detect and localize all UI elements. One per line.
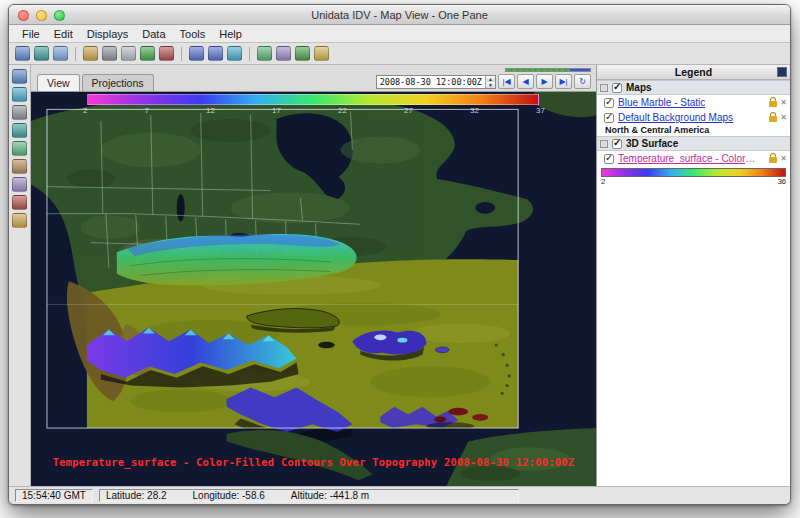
legend-colorbar-labels: 2 36 — [597, 177, 790, 186]
temperature-surface-checkbox[interactable] — [604, 154, 614, 164]
temperature-colorbar-labels: 2 7 12 17 22 27 32 37 — [83, 106, 545, 115]
front-view-icon[interactable] — [12, 141, 27, 156]
lock-icon[interactable] — [769, 116, 777, 122]
blue-marble-link[interactable]: Blue Marble - Static — [618, 97, 705, 108]
longitude-readout: Longitude: -58.6 — [193, 490, 265, 501]
remove-display-icon[interactable]: ✕ — [780, 114, 787, 122]
map-graphics — [31, 92, 596, 486]
legend-title: Legend — [675, 66, 712, 78]
collapse-group-icon[interactable] — [600, 140, 608, 148]
reset-view-icon[interactable] — [12, 105, 27, 120]
redo-icon[interactable] — [208, 46, 223, 61]
animation-timeline[interactable] — [505, 68, 591, 72]
legend-panel: Legend Maps Blue Marble - Static ✕ Defau… — [596, 65, 790, 486]
legend-group-label: Maps — [626, 82, 652, 93]
app-window: Unidata IDV - Map View - One Pane File E… — [8, 4, 791, 505]
default-maps-checkbox[interactable] — [604, 113, 614, 123]
save-bundle-icon[interactable] — [102, 46, 117, 61]
blue-marble-checkbox[interactable] — [604, 98, 614, 108]
surface-visibility-checkbox[interactable] — [612, 139, 622, 149]
close-button[interactable] — [18, 10, 29, 21]
zoom-button[interactable] — [54, 10, 65, 21]
capture-image-icon[interactable] — [140, 46, 155, 61]
undo-icon[interactable] — [189, 46, 204, 61]
menu-help[interactable]: Help — [212, 28, 249, 40]
rotate-view-icon[interactable] — [12, 195, 27, 210]
map-panel-header: View Projections 2008-08-30 12:00:00Z ▲ … — [31, 65, 596, 91]
temperature-surface-layer — [67, 234, 518, 442]
help-icon[interactable] — [314, 46, 329, 61]
cursor-readout: Latitude: 28.2 Longitude: -58.6 Altitude… — [99, 489, 519, 502]
collapse-group-icon[interactable] — [600, 84, 608, 92]
lock-icon[interactable] — [769, 157, 777, 163]
edit-preferences-icon[interactable] — [276, 46, 291, 61]
menu-tools[interactable]: Tools — [173, 28, 213, 40]
open-bundle-icon[interactable] — [83, 46, 98, 61]
current-time: 2008-08-30 12:00:00Z — [377, 76, 485, 88]
data-chooser-icon[interactable] — [34, 46, 49, 61]
window-title: Unidata IDV - Map View - One Pane — [311, 9, 488, 21]
legend-group-3d-surface[interactable]: 3D Surface — [597, 136, 790, 151]
temperature-colorbar — [87, 94, 539, 105]
refresh-icon[interactable] — [295, 46, 310, 61]
top-view-icon[interactable] — [12, 123, 27, 138]
time-step-down-button[interactable]: ▼ — [486, 82, 495, 88]
legend-group-label: 3D Surface — [626, 138, 678, 149]
colorbar-max-label: 36 — [778, 177, 786, 186]
minimize-button[interactable] — [36, 10, 47, 21]
set-background-icon[interactable] — [12, 213, 27, 228]
anim-loop-button[interactable]: ↻ — [574, 74, 591, 89]
menu-displays[interactable]: Displays — [80, 28, 136, 40]
legend-item-blue-marble: Blue Marble - Static ✕ — [597, 95, 790, 110]
tab-projections[interactable]: Projections — [82, 74, 154, 91]
legend-item-temperature-surface: Temperature_surface - Color-Filled Conto… — [597, 151, 790, 166]
default-maps-sublabel: North & Central America — [597, 125, 790, 136]
reset-projection-icon[interactable] — [227, 46, 242, 61]
default-maps-link[interactable]: Default Background Maps — [618, 112, 733, 123]
display-annotation: Temperature_surface - Color-Filled Conto… — [31, 456, 596, 468]
legend-group-maps[interactable]: Maps — [597, 80, 790, 95]
capture-movie-icon[interactable] — [159, 46, 174, 61]
rubber-band-zoom-icon[interactable] — [12, 87, 27, 102]
legend-item-default-maps: Default Background Maps ✕ — [597, 110, 790, 125]
float-legend-icon[interactable] — [777, 67, 787, 77]
side-view-icon[interactable] — [12, 159, 27, 174]
tab-view[interactable]: View — [37, 74, 80, 91]
view-toolbar — [9, 65, 31, 486]
remove-display-icon[interactable]: ✕ — [780, 99, 787, 107]
menu-bar: File Edit Displays Data Tools Help — [9, 25, 790, 43]
time-selector[interactable]: 2008-08-30 12:00:00Z ▲ ▼ — [376, 75, 496, 89]
perspective-view-icon[interactable] — [12, 177, 27, 192]
pan-zoom-icon[interactable] — [12, 69, 27, 84]
menu-data[interactable]: Data — [135, 28, 172, 40]
anim-play-button[interactable]: ▶ — [536, 74, 553, 89]
main-toolbar — [9, 43, 790, 65]
map-3d-view[interactable]: 2 7 12 17 22 27 32 37 Temperature_surfac… — [31, 91, 596, 486]
legend-header: Legend — [597, 65, 790, 80]
menu-edit[interactable]: Edit — [47, 28, 80, 40]
colorbar-min-label: 2 — [601, 177, 605, 186]
legend-colorbar — [601, 168, 786, 177]
lock-icon[interactable] — [769, 101, 777, 107]
altitude-readout: Altitude: -441.8 m — [291, 490, 369, 501]
status-bar: 15:54:40 GMT Latitude: 28.2 Longitude: -… — [9, 486, 790, 504]
anim-prev-button[interactable]: ◀ — [517, 74, 534, 89]
title-bar[interactable]: Unidata IDV - Map View - One Pane — [9, 5, 790, 25]
clock-readout: 15:54:40 GMT — [15, 489, 93, 502]
anim-next-button[interactable]: ▶| — [555, 74, 572, 89]
remove-display-icon[interactable]: ✕ — [780, 155, 787, 163]
anim-first-button[interactable]: |◀ — [498, 74, 515, 89]
latitude-readout: Latitude: 28.2 — [106, 490, 167, 501]
menu-file[interactable]: File — [15, 28, 47, 40]
dashboard-icon[interactable] — [15, 46, 30, 61]
print-icon[interactable] — [121, 46, 136, 61]
add-display-icon[interactable] — [257, 46, 272, 61]
temperature-surface-link[interactable]: Temperature_surface - Color-Filled Conto… — [618, 153, 756, 164]
field-selector-icon[interactable] — [53, 46, 68, 61]
maps-visibility-checkbox[interactable] — [612, 83, 622, 93]
